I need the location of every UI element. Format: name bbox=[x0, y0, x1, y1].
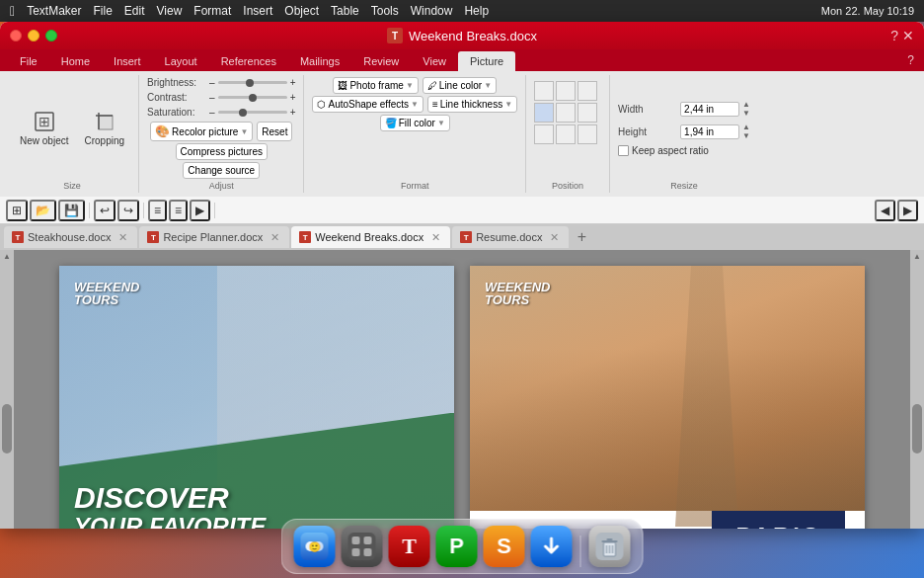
adrive-dock-icon[interactable] bbox=[531, 526, 573, 567]
menu-help[interactable]: Help bbox=[464, 4, 489, 18]
tab-steakhouse[interactable]: T Steakhouse.docx ✕ bbox=[4, 226, 137, 248]
macos-right: Mon 22. May 10:19 bbox=[821, 5, 914, 17]
compress-pictures-button[interactable]: Compress pictures bbox=[176, 143, 268, 160]
line-color-arrow: ▼ bbox=[484, 81, 492, 90]
page1-tours-line2: TOURS bbox=[74, 293, 139, 306]
tab-layout[interactable]: Layout bbox=[153, 51, 209, 71]
position-ml[interactable] bbox=[534, 103, 554, 123]
tab-picture[interactable]: Picture bbox=[458, 51, 515, 71]
fill-color-label: Fill color bbox=[399, 118, 435, 128]
menu-file[interactable]: File bbox=[93, 4, 112, 18]
close-button[interactable] bbox=[10, 30, 22, 41]
vscroll-thumb[interactable] bbox=[2, 404, 12, 454]
finder-icon[interactable]: 🙂 bbox=[294, 526, 336, 567]
line-color-button[interactable]: 🖊 Line color ▼ bbox=[423, 77, 497, 94]
contrast-slider[interactable] bbox=[218, 96, 287, 99]
position-br[interactable] bbox=[578, 124, 597, 144]
position-mr[interactable] bbox=[578, 103, 597, 123]
position-bl[interactable] bbox=[534, 124, 554, 144]
apple-icon[interactable]:  bbox=[10, 3, 15, 19]
line-thickness-icon: ≡ bbox=[432, 99, 438, 110]
menu-object[interactable]: Object bbox=[284, 4, 319, 18]
tab-file[interactable]: File bbox=[8, 51, 49, 71]
saturation-minus[interactable]: – bbox=[209, 107, 215, 118]
contrast-minus[interactable]: – bbox=[209, 92, 215, 103]
height-input[interactable] bbox=[680, 124, 739, 139]
keep-aspect-checkbox[interactable] bbox=[618, 145, 629, 156]
position-mc[interactable] bbox=[556, 103, 576, 123]
tab-mailings[interactable]: Mailings bbox=[288, 51, 351, 71]
tab-recipe[interactable]: T Recipe Planner.docx ✕ bbox=[139, 226, 289, 248]
menu-table[interactable]: Table bbox=[331, 4, 359, 18]
contrast-plus[interactable]: + bbox=[290, 92, 296, 103]
tab-weekend[interactable]: T Weekend Breaks.docx ✕ bbox=[291, 226, 450, 248]
weekend-tab-close[interactable]: ✕ bbox=[431, 232, 440, 243]
position-bc[interactable] bbox=[556, 124, 576, 144]
play-btn[interactable]: ▶ bbox=[190, 200, 210, 221]
save-btn[interactable]: 💾 bbox=[58, 200, 85, 221]
tab-references[interactable]: References bbox=[209, 51, 288, 71]
tab-review[interactable]: Review bbox=[351, 51, 411, 71]
menu-window[interactable]: Window bbox=[411, 4, 453, 18]
brightness-plus[interactable]: + bbox=[290, 77, 296, 88]
position-tc[interactable] bbox=[556, 81, 576, 101]
menu-tools[interactable]: Tools bbox=[371, 4, 399, 18]
menu-insert[interactable]: Insert bbox=[243, 4, 272, 18]
svg-rect-17 bbox=[602, 540, 618, 542]
trash-dock-icon[interactable] bbox=[589, 526, 631, 567]
app-name[interactable]: TextMaker bbox=[27, 4, 81, 18]
brightness-minus[interactable]: – bbox=[209, 77, 215, 88]
window-close-x[interactable]: ✕ bbox=[902, 28, 914, 43]
tab-insert[interactable]: Insert bbox=[102, 51, 153, 71]
format2-btn[interactable]: ≡ bbox=[169, 200, 188, 221]
tab-resume[interactable]: T Resume.docx ✕ bbox=[452, 226, 569, 248]
saturation-row: Saturation: – + bbox=[147, 107, 295, 118]
position-tr[interactable] bbox=[578, 81, 597, 101]
textmaker-dock-icon[interactable]: T bbox=[389, 526, 430, 567]
maximize-button[interactable] bbox=[45, 30, 57, 41]
ribbon: File Home Insert Layout References Maili… bbox=[0, 49, 924, 197]
format1-btn[interactable]: ≡ bbox=[148, 200, 167, 221]
brightness-slider[interactable] bbox=[218, 81, 287, 84]
line-thickness-button[interactable]: ≡ Line thickness ▼ bbox=[427, 96, 517, 113]
scroll-up-arrow[interactable]: ▲ bbox=[3, 252, 11, 261]
tb-sep-2 bbox=[143, 203, 144, 218]
new-doc-btn[interactable]: ⊞ bbox=[6, 200, 28, 221]
minimize-button[interactable] bbox=[28, 30, 39, 41]
autoshape-effects-button[interactable]: ⬡ AutoShape effects ▼ bbox=[312, 96, 423, 113]
ribbon-help[interactable]: ? bbox=[897, 49, 924, 71]
tab-view[interactable]: View bbox=[411, 51, 458, 71]
cropping-button[interactable]: Cropping bbox=[78, 107, 130, 149]
tab-home[interactable]: Home bbox=[49, 51, 102, 71]
app-window: T Weekend Breaks.docx ? ✕ File Home Inse… bbox=[0, 22, 924, 529]
right-vscroll-thumb[interactable] bbox=[912, 404, 922, 454]
menu-edit[interactable]: Edit bbox=[124, 4, 145, 18]
change-source-button[interactable]: Change source bbox=[183, 162, 260, 179]
reset-button[interactable]: Reset bbox=[257, 122, 292, 141]
todo-dock-icon[interactable]: P bbox=[436, 526, 478, 567]
recipe-tab-close[interactable]: ✕ bbox=[270, 232, 279, 243]
menu-view[interactable]: View bbox=[157, 4, 183, 18]
swift-dock-icon[interactable]: S bbox=[484, 526, 525, 567]
scroll-right-btn[interactable]: ▶ bbox=[897, 200, 918, 221]
window-help-button[interactable]: ? bbox=[890, 28, 898, 43]
right-scroll-up[interactable]: ▲ bbox=[913, 252, 921, 261]
resume-tab-close[interactable]: ✕ bbox=[550, 232, 559, 243]
width-input[interactable] bbox=[680, 102, 739, 117]
undo-btn[interactable]: ↩ bbox=[94, 200, 116, 221]
launchpad-icon[interactable] bbox=[342, 526, 383, 567]
macos-bar:  TextMaker File Edit View Format Insert… bbox=[0, 0, 924, 22]
new-object-button[interactable]: ⊞ New object bbox=[14, 107, 74, 149]
saturation-slider[interactable] bbox=[218, 111, 287, 114]
open-btn[interactable]: 📂 bbox=[30, 200, 56, 221]
add-tab-button[interactable]: + bbox=[571, 226, 592, 248]
position-tl[interactable] bbox=[534, 81, 554, 101]
menu-format[interactable]: Format bbox=[193, 4, 231, 18]
steakhouse-tab-close[interactable]: ✕ bbox=[118, 232, 127, 243]
photo-frame-button[interactable]: 🖼 Photo frame ▼ bbox=[333, 77, 418, 94]
saturation-plus[interactable]: + bbox=[290, 107, 296, 118]
redo-btn[interactable]: ↪ bbox=[117, 200, 139, 221]
recolor-picture-button[interactable]: 🎨 Recolor picture ▼ bbox=[150, 122, 253, 141]
scroll-left-btn[interactable]: ◀ bbox=[875, 200, 895, 221]
fill-color-button[interactable]: 🪣 Fill color ▼ bbox=[380, 115, 450, 131]
